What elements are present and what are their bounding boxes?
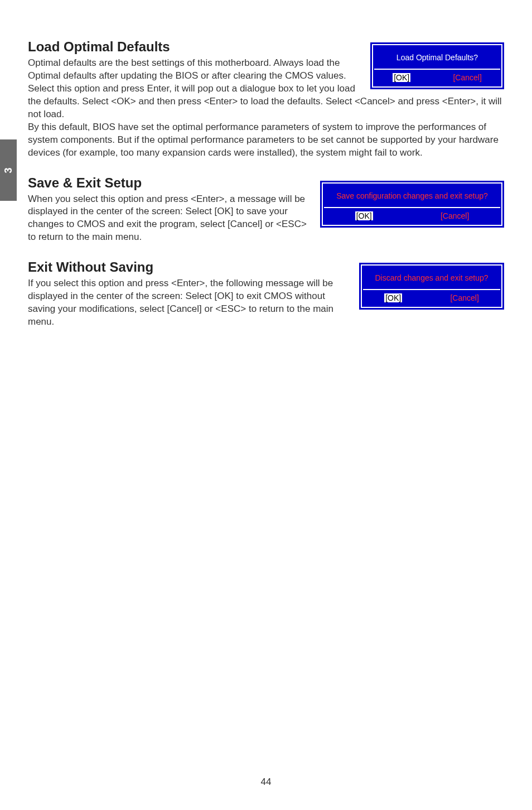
chapter-tab: 3: [0, 139, 17, 201]
dialog-inner: Discard changes and exit setup? [OK] [Ca…: [361, 264, 502, 308]
section-exit-without-saving: Discard changes and exit setup? [OK] [Ca…: [28, 259, 504, 329]
dialog-buttons: [OK] [Cancel]: [324, 208, 500, 224]
dialog-exit-without-saving: Discard changes and exit setup? [OK] [Ca…: [359, 263, 504, 310]
dialog-buttons: [OK] [Cancel]: [363, 290, 500, 306]
paragraph: By this default, BIOS have set the optim…: [28, 121, 504, 160]
dialog-inner: Load Optimal Defaults? [OK] [Cancel]: [372, 44, 502, 88]
dialog-cancel-button[interactable]: [Cancel]: [450, 293, 478, 302]
dialog-load-optimal-defaults: Load Optimal Defaults? [OK] [Cancel]: [370, 42, 504, 89]
dialog-title: Save configuration changes and exit setu…: [324, 185, 500, 208]
chapter-number: 3: [2, 167, 14, 173]
page-number: 44: [0, 777, 532, 788]
dialog-title: Load Optimal Defaults?: [374, 46, 500, 70]
dialog-save-exit: Save configuration changes and exit setu…: [320, 181, 504, 228]
dialog-cancel-button[interactable]: [Cancel]: [453, 73, 481, 82]
dialog-title: Discard changes and exit setup?: [363, 267, 500, 290]
dialog-ok-button[interactable]: [OK]: [355, 211, 373, 220]
dialog-ok-button[interactable]: [OK]: [393, 73, 410, 82]
section-load-optimal-defaults: Load Optimal Defaults? [OK] [Cancel] Loa…: [28, 39, 504, 160]
dialog-buttons: [OK] [Cancel]: [374, 70, 500, 85]
dialog-cancel-button[interactable]: [Cancel]: [441, 211, 469, 220]
section-save-exit-setup: Save configuration changes and exit setu…: [28, 175, 504, 244]
dialog-ok-button[interactable]: [OK]: [384, 293, 402, 302]
dialog-inner: Save configuration changes and exit setu…: [322, 182, 502, 226]
